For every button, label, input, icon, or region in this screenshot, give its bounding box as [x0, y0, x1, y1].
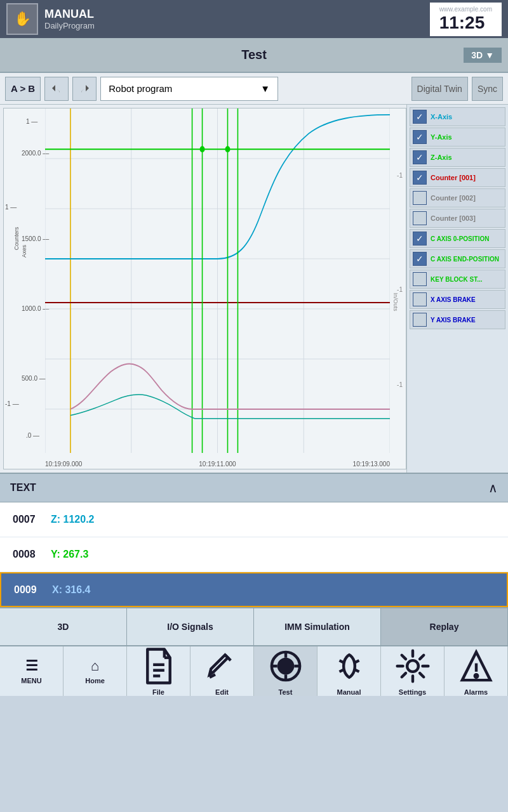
manual-nav-icon: [330, 646, 369, 686]
inouts-label: In/Outs: [392, 292, 398, 311]
chart-svg: [45, 108, 390, 453]
x-label-2: 10:19:11.000: [199, 461, 236, 468]
legend-x-axis-brake[interactable]: X AXIS BRAKE: [410, 290, 505, 309]
toolbar-right: Digital Twin Sync: [411, 77, 503, 101]
legend-counter-001-checkbox[interactable]: ✓: [413, 171, 427, 185]
legend-x-axis[interactable]: ✓ X-Axis: [410, 107, 505, 126]
header-time-block: www.example.com 11:25: [430, 3, 502, 36]
digital-twin-button[interactable]: Digital Twin: [411, 77, 468, 101]
y-label-1: 1 —: [26, 118, 37, 125]
undo-button[interactable]: [44, 77, 69, 101]
text-row-0008[interactable]: 0008 Y: 267.3: [0, 537, 508, 572]
legend-y-axis[interactable]: ✓ Y-Axis: [410, 128, 505, 147]
sync-button[interactable]: Sync: [472, 77, 503, 101]
nav-menu-label: MENU: [21, 677, 41, 684]
redo-button[interactable]: [72, 77, 97, 101]
svg-point-29: [277, 658, 294, 675]
y-right-3: -1: [397, 381, 403, 388]
nav-alarms-button[interactable]: Alarms: [444, 646, 508, 696]
legend-x-axis-checkbox[interactable]: ✓: [413, 110, 427, 124]
tab-3d[interactable]: 3D: [0, 608, 127, 645]
tab-io-signals[interactable]: I/O Signals: [127, 608, 254, 645]
header-time: 11:25: [439, 13, 492, 33]
legend-z-axis-checkbox[interactable]: ✓: [413, 150, 427, 164]
nav-menu-button[interactable]: ☰ MENU: [0, 646, 64, 696]
tab-bar: Test 3D ▼: [0, 38, 508, 73]
text-row-0008-val: Y: 267.3: [51, 549, 88, 560]
header-domain: www.example.com: [439, 6, 492, 13]
legend-x-axis-brake-checkbox[interactable]: [413, 292, 427, 306]
legend-z-axis-label: Z-Axis: [431, 154, 452, 161]
chart-main[interactable]: Counters Axes In/Outs 1 — 2000.0 — 1 — 1…: [3, 108, 406, 469]
nav-home-label: Home: [85, 677, 105, 684]
legend-counter-003[interactable]: Counter [003]: [410, 209, 505, 228]
dropdown-chevron-icon: ▼: [260, 83, 270, 94]
text-row-0007-val: Z: 1120.2: [51, 514, 94, 525]
nav-manual-label: Manual: [337, 688, 361, 696]
legend-y-axis-label: Y-Axis: [431, 133, 452, 141]
legend-counter-002[interactable]: Counter [002]: [410, 188, 505, 207]
chart-legend: ✓ X-Axis ✓ Y-Axis ✓ Z-Axis ✓ Counter [00…: [406, 105, 508, 473]
legend-counter-001-label: Counter [001]: [431, 174, 476, 181]
nav-edit-button[interactable]: Edit: [190, 646, 254, 696]
tab-imm-simulation[interactable]: IMM Simulation: [254, 608, 381, 645]
text-row-0009-val: X: 316.4: [52, 584, 90, 596]
svg-point-36: [474, 674, 477, 677]
legend-counter-002-label: Counter [002]: [431, 194, 476, 202]
legend-c-axis-0-checkbox[interactable]: ✓: [413, 232, 427, 246]
legend-y-axis-checkbox[interactable]: ✓: [413, 130, 427, 144]
legend-c-axis-end-checkbox[interactable]: ✓: [413, 252, 427, 266]
nav-test-button[interactable]: Test: [254, 646, 318, 696]
text-panel-collapse-icon[interactable]: ∧: [488, 480, 498, 495]
text-row-0007[interactable]: 0007 Z: 1120.2: [0, 502, 508, 537]
ab-button[interactable]: A > B: [5, 77, 41, 101]
legend-c-axis-end-label: C AXIS END-POSITION: [431, 256, 499, 263]
legend-c-axis-0[interactable]: ✓ C AXIS 0-POSITION: [410, 229, 505, 248]
alarms-icon: [457, 646, 496, 686]
legend-counter-003-label: Counter [003]: [431, 214, 476, 222]
menu-icon: ☰: [25, 658, 38, 674]
legend-y-axis-brake-checkbox[interactable]: [413, 313, 427, 327]
y-right-1: -1: [397, 172, 403, 179]
robot-program-dropdown[interactable]: Robot program ▼: [100, 77, 278, 101]
legend-key-block-label: KEY BLOCK ST...: [431, 276, 483, 283]
text-row-0008-num: 0008: [13, 549, 51, 560]
nav-file-button[interactable]: File: [127, 646, 190, 696]
legend-z-axis[interactable]: ✓ Z-Axis: [410, 148, 505, 167]
tab-3d-button[interactable]: 3D ▼: [464, 48, 502, 63]
file-icon: [139, 646, 178, 686]
svg-point-34: [407, 660, 418, 672]
settings-icon: [393, 646, 432, 686]
tab-replay[interactable]: Replay: [381, 608, 508, 645]
bottom-tabs: 3D I/O Signals IMM Simulation Replay: [0, 607, 508, 645]
text-row-0009-num: 0009: [14, 584, 52, 596]
y-label-0: .0 —: [26, 432, 39, 439]
legend-key-block-checkbox[interactable]: [413, 272, 427, 286]
x-label-3: 10:19:13.000: [353, 461, 390, 468]
legend-counter-002-checkbox[interactable]: [413, 191, 427, 205]
text-row-0007-num: 0007: [13, 514, 51, 525]
bottom-nav: ☰ MENU ⌂ Home File Edit Test: [0, 645, 508, 696]
legend-y-axis-brake[interactable]: Y AXIS BRAKE: [410, 310, 505, 329]
nav-home-button[interactable]: ⌂ Home: [64, 646, 127, 696]
nav-test-label: Test: [279, 688, 293, 696]
legend-c-axis-0-label: C AXIS 0-POSITION: [431, 235, 489, 242]
legend-c-axis-end[interactable]: ✓ C AXIS END-POSITION: [410, 249, 505, 268]
home-icon: ⌂: [91, 658, 99, 674]
text-rows: 0007 Z: 1120.2 0008 Y: 267.3 0009 X: 316…: [0, 502, 508, 607]
y-label-minus1: -1 —: [5, 400, 19, 407]
edit-icon: [203, 646, 242, 686]
legend-x-axis-brake-label: X AXIS BRAKE: [431, 296, 476, 303]
text-panel-title: TEXT: [10, 482, 36, 494]
x-axis-labels: 10:19:09.000 10:19:11.000 10:19:13.000: [45, 461, 390, 468]
legend-counter-003-checkbox[interactable]: [413, 211, 427, 225]
y-label-500: 500.0 —: [22, 375, 46, 382]
legend-y-axis-brake-label: Y AXIS BRAKE: [431, 317, 476, 324]
nav-manual-button[interactable]: Manual: [318, 646, 381, 696]
chart-container: Counters Axes In/Outs 1 — 2000.0 — 1 — 1…: [0, 105, 508, 473]
legend-key-block[interactable]: KEY BLOCK ST...: [410, 270, 505, 289]
toolbar: A > B Robot program ▼ Digital Twin Sync: [0, 73, 508, 105]
text-row-0009[interactable]: 0009 X: 316.4: [0, 572, 508, 607]
legend-counter-001[interactable]: ✓ Counter [001]: [410, 168, 505, 187]
nav-settings-button[interactable]: Settings: [381, 646, 444, 696]
